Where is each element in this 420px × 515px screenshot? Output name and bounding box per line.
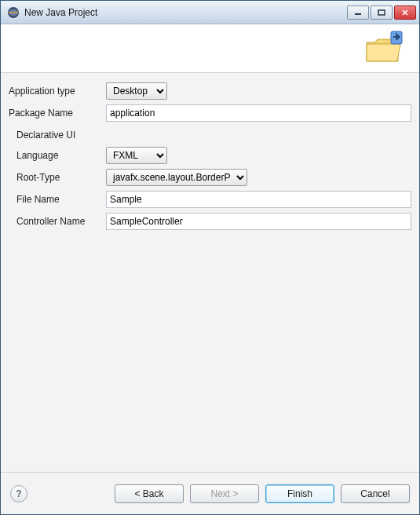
- finish-button[interactable]: Finish: [265, 484, 334, 503]
- wizard-window: New Java Project Application type: [0, 0, 420, 515]
- root-type-label: Root-Type: [9, 172, 101, 183]
- root-type-select[interactable]: javafx.scene.layout.BorderPane: [106, 169, 247, 186]
- application-type-select[interactable]: Desktop: [106, 82, 167, 100]
- file-name-label: File Name: [9, 194, 101, 205]
- language-row: Language FXML: [9, 147, 411, 164]
- window-controls: [347, 5, 416, 20]
- svg-rect-4: [378, 10, 385, 15]
- package-name-input[interactable]: [106, 104, 411, 122]
- svg-rect-2: [9, 12, 18, 13]
- next-button: Next >: [190, 484, 259, 503]
- wizard-footer: ? < Back Next > Finish Cancel: [1, 472, 419, 514]
- content-spacer: [9, 235, 411, 467]
- minimize-button[interactable]: [347, 5, 369, 20]
- declarative-ui-group-label: Declarative UI: [9, 130, 411, 141]
- controller-name-input[interactable]: [106, 213, 411, 230]
- application-type-label: Application type: [9, 86, 101, 97]
- root-type-row: Root-Type javafx.scene.layout.BorderPane: [9, 169, 411, 186]
- package-name-label: Package Name: [9, 108, 101, 119]
- language-select[interactable]: FXML: [106, 147, 167, 164]
- wizard-banner: [1, 24, 419, 73]
- package-name-row: Package Name: [9, 104, 411, 122]
- application-type-row: Application type Desktop: [9, 82, 411, 100]
- maximize-button[interactable]: [371, 5, 393, 20]
- titlebar: New Java Project: [1, 1, 419, 24]
- svg-rect-3: [355, 13, 361, 15]
- java-project-icon: [364, 30, 408, 68]
- cancel-button[interactable]: Cancel: [341, 484, 410, 503]
- file-name-row: File Name: [9, 191, 411, 208]
- help-icon[interactable]: ?: [10, 485, 27, 502]
- file-name-input[interactable]: [106, 191, 411, 208]
- language-label: Language: [9, 150, 101, 161]
- controller-name-label: Controller Name: [9, 216, 101, 227]
- close-button[interactable]: [394, 5, 416, 20]
- eclipse-icon: [7, 6, 20, 19]
- back-button[interactable]: < Back: [115, 484, 184, 503]
- form-area: Application type Desktop Package Name De…: [1, 73, 419, 472]
- window-title: New Java Project: [24, 7, 347, 18]
- controller-name-row: Controller Name: [9, 213, 411, 230]
